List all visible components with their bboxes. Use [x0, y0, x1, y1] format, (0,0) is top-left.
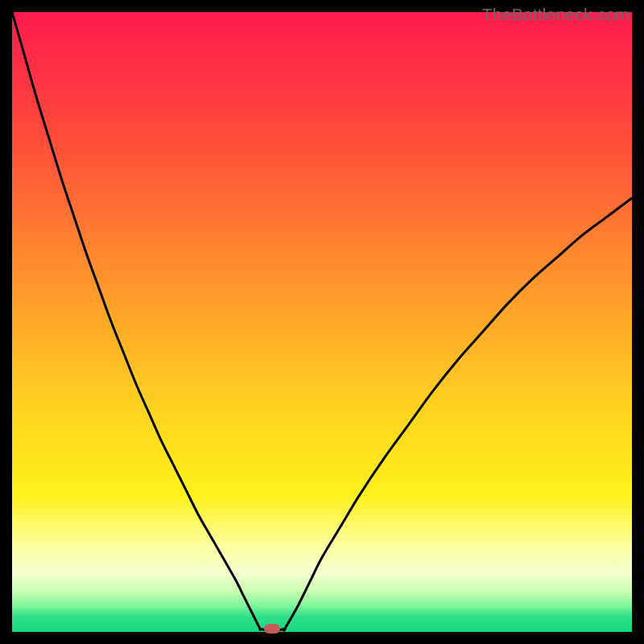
watermark-text: TheBottleneck.com: [482, 5, 630, 24]
optimum-marker: [264, 624, 280, 634]
gradient-background: [12, 12, 632, 632]
bottleneck-chart: [12, 12, 632, 632]
chart-frame: [12, 12, 632, 632]
